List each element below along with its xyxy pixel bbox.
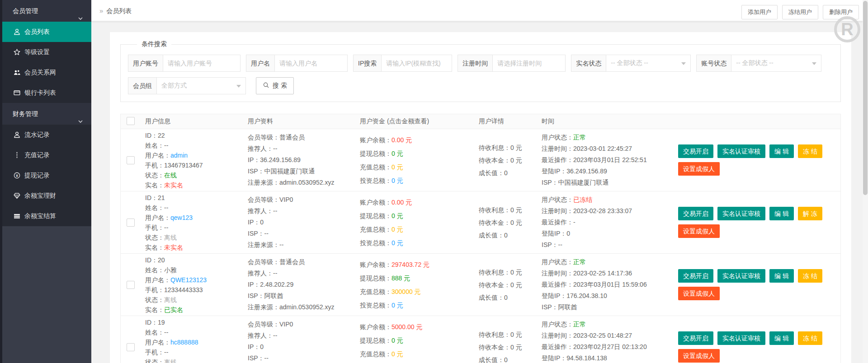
field-value: 离线 — [164, 358, 177, 363]
table-row: ID：21姓名：--用户名：qew123手机：--状态：离线实名：未实名 会员等… — [121, 191, 840, 254]
field-line: 状态：在线 — [145, 170, 203, 180]
search-input-IP搜索[interactable] — [382, 55, 452, 71]
sidebar-item-银行卡列表[interactable]: 银行卡列表 — [0, 83, 91, 103]
action-button-编辑[interactable]: 编 辑 — [769, 331, 794, 345]
field-label: 手机： — [145, 349, 164, 356]
menu-group-label: 会员管理 — [13, 7, 38, 14]
field-value[interactable]: 0 元 — [392, 302, 403, 309]
field-label: 手机： — [145, 286, 164, 293]
search-field-label: 用户账号 — [128, 55, 163, 71]
action-buttons-line1: 交易开启实名认证审核编 辑解 冻 — [678, 207, 822, 220]
field-value: -- — [264, 230, 269, 237]
field-value[interactable]: QWE123123 — [170, 276, 207, 284]
action-button-设置成假人[interactable]: 设置成假人 — [678, 287, 720, 300]
action-button-设置成假人[interactable]: 设置成假人 — [678, 349, 720, 363]
field-value[interactable]: 0 元 — [392, 150, 403, 157]
scrollbar-thumb[interactable] — [863, 1, 868, 195]
sidebar-item-充值记录[interactable]: 充值记录 — [0, 145, 91, 165]
row-checkbox[interactable] — [127, 156, 135, 164]
action-button-实名认证审核[interactable]: 实名认证审核 — [717, 331, 765, 345]
action-button-交易开启[interactable]: 交易开启 — [678, 144, 713, 158]
action-button-交易开启[interactable]: 交易开启 — [678, 269, 713, 283]
topbar-button-添加用户[interactable]: 添加用户 — [741, 5, 778, 19]
select-all-checkbox[interactable] — [127, 117, 135, 125]
menu-group-1[interactable]: 财务管理 — [0, 103, 91, 125]
field-label: ISP： — [248, 354, 264, 362]
search-input-用户名[interactable] — [275, 55, 347, 71]
search-input-注册时间[interactable] — [493, 55, 565, 71]
field-value[interactable]: 0.00 元 — [392, 199, 412, 206]
field-line: 用户状态：正常 — [542, 319, 647, 330]
field-value[interactable]: 888 元 — [392, 275, 410, 282]
sidebar-item-余额宝结算[interactable]: 余额宝结算 — [0, 206, 91, 226]
field-label: 推荐人： — [248, 332, 273, 339]
field-label: 手机： — [145, 224, 164, 231]
action-button-交易开启[interactable]: 交易开启 — [678, 331, 713, 345]
action-button-冻结[interactable]: 冻 结 — [798, 331, 822, 345]
field-value[interactable]: 0.00 元 — [392, 136, 412, 144]
action-button-解冻[interactable]: 解 冻 — [798, 207, 822, 220]
field-line: ID：21 — [145, 193, 193, 203]
field-value[interactable]: 297403.72 元 — [392, 261, 429, 268]
field-label: 账户余额： — [360, 323, 392, 330]
action-buttons-line2: 设置成假人 — [678, 349, 822, 363]
field-value[interactable]: 300000 元 — [392, 288, 421, 295]
field-label: 最近操作： — [542, 343, 573, 350]
row-checkbox[interactable] — [127, 281, 135, 289]
field-value[interactable]: 0 元 — [392, 350, 403, 358]
select-会员组[interactable]: 全部方式 — [157, 78, 245, 94]
field-value: 离线 — [164, 296, 177, 303]
field-value[interactable]: 5000.00 元 — [392, 323, 423, 330]
user-info-cell: ID：22姓名：--用户名：admin手机：13467913467状态：在线实名… — [145, 130, 203, 190]
field-label: IP： — [248, 219, 260, 226]
action-button-设置成假人[interactable]: 设置成假人 — [678, 162, 720, 176]
sidebar-item-label: 会员关系网 — [24, 62, 56, 83]
action-button-冻结[interactable]: 冻 结 — [798, 144, 822, 158]
field-label: 账户余额： — [360, 199, 392, 206]
topbar-button-冻结用户[interactable]: 冻结用户 — [782, 5, 818, 19]
menu-group-0[interactable]: 会员管理 — [0, 0, 91, 22]
action-button-编辑[interactable]: 编 辑 — [769, 207, 794, 220]
field-value[interactable]: 0 元 — [392, 177, 403, 184]
field-value[interactable]: admin — [170, 152, 188, 159]
action-button-实名认证审核[interactable]: 实名认证审核 — [717, 207, 765, 220]
sidebar-item-label: 银行卡列表 — [24, 83, 56, 103]
action-button-实名认证审核[interactable]: 实名认证审核 — [717, 144, 765, 158]
sidebar-item-label: 充值记录 — [24, 145, 50, 165]
field-value[interactable]: 0 元 — [392, 226, 403, 233]
sidebar-item-label: 会员列表 — [24, 22, 50, 42]
field-line: 待收本金：0 元 — [479, 216, 522, 229]
action-button-交易开启[interactable]: 交易开启 — [678, 207, 713, 220]
field-line: 会员等级：VIP0 — [248, 194, 293, 205]
row-checkbox[interactable] — [127, 219, 135, 227]
field-label: ISP： — [248, 168, 264, 175]
row-checkbox[interactable] — [127, 343, 135, 351]
select-实名状态[interactable]: -- 全部状态 -- — [606, 55, 690, 71]
field-value[interactable]: 0 元 — [392, 239, 403, 247]
sidebar-item-会员关系网[interactable]: 会员关系网 — [0, 62, 91, 83]
sidebar-item-等级设置[interactable]: 等级设置 — [0, 42, 91, 62]
field-line: 登陆IP：176.204.38.10 — [542, 290, 647, 302]
search-button[interactable]: 搜 索 — [256, 77, 294, 94]
action-button-设置成假人[interactable]: 设置成假人 — [678, 224, 720, 238]
select-账号状态[interactable]: -- 全部状态 -- — [731, 55, 821, 71]
field-value[interactable]: 0 元 — [392, 163, 403, 171]
action-button-编辑[interactable]: 编 辑 — [769, 269, 794, 283]
field-label: 提现总额： — [360, 212, 392, 219]
field-value: 2023-02-25 01:48:27 — [573, 332, 632, 339]
field-value[interactable]: hc888888 — [170, 339, 198, 346]
search-input-用户账号[interactable] — [163, 55, 240, 71]
sidebar-item-余额宝理财[interactable]: 余额宝理财 — [0, 186, 91, 206]
sidebar-item-提现记录[interactable]: ¥提现记录 — [0, 165, 91, 186]
field-value[interactable]: qew123 — [170, 214, 193, 221]
field-line: 成长值：0 — [479, 167, 522, 179]
field-line: 注册时间：2023-02-25 01:48:27 — [542, 330, 647, 341]
action-button-编辑[interactable]: 编 辑 — [769, 144, 794, 158]
action-button-实名认证审核[interactable]: 实名认证审核 — [717, 269, 765, 283]
field-value: 0 — [260, 343, 264, 350]
field-value[interactable]: 0 元 — [392, 337, 403, 344]
action-button-冻结[interactable]: 冻 结 — [798, 269, 822, 283]
field-value: -- — [164, 142, 168, 149]
field-line: 提现总额：0 元 — [360, 334, 423, 347]
field-value[interactable]: 0 元 — [392, 212, 403, 219]
